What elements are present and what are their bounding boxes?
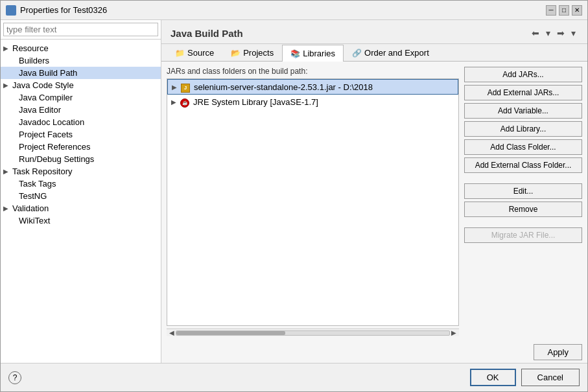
sidebar-filter-area bbox=[1, 20, 161, 40]
main-content: ▶ Resource Builders Java Build Path ▶ Ja… bbox=[1, 20, 587, 363]
add-external-jars-button[interactable]: Add External JARs... bbox=[464, 85, 582, 100]
panel-title: Java Build Path bbox=[171, 28, 243, 39]
add-class-folder-button[interactable]: Add Class Folder... bbox=[464, 139, 582, 155]
sidebar-item-validation[interactable]: ▶ Validation bbox=[1, 202, 161, 214]
scroll-right-icon[interactable]: ▶ bbox=[450, 329, 458, 336]
sidebar-item-task-repository[interactable]: ▶ Task Repository bbox=[1, 165, 161, 178]
arrow-icon: ▶ bbox=[3, 168, 11, 176]
tabs-bar: 📁 Source 📂 Projects 📚 Libraries 🔗 Order … bbox=[161, 44, 587, 62]
jre-icon: ☕ bbox=[180, 97, 191, 107]
sidebar-item-label: Project Facets bbox=[19, 130, 73, 139]
cancel-button[interactable]: Cancel bbox=[521, 369, 580, 386]
sidebar-item-project-facets[interactable]: Project Facets bbox=[1, 128, 161, 141]
sidebar-item-label: Task Repository bbox=[12, 167, 72, 176]
tab-source-label: Source bbox=[187, 48, 214, 58]
right-panel: Java Build Path ⬅ ▾ ➡ ▾ 📁 Source 📂 Proje… bbox=[161, 20, 587, 363]
jar-icon: J bbox=[181, 82, 191, 92]
sidebar-item-label: Java Editor bbox=[19, 105, 61, 115]
source-tab-icon: 📁 bbox=[175, 49, 185, 58]
button-panel: Add JARs... Add External JARs... Add Var… bbox=[464, 62, 587, 341]
arrow-icon: ▶ bbox=[3, 82, 11, 89]
remove-button[interactable]: Remove bbox=[464, 202, 582, 217]
ok-button[interactable]: OK bbox=[470, 369, 516, 386]
nav-menu-button[interactable]: ▾ bbox=[569, 27, 578, 40]
help-button[interactable]: ? bbox=[8, 371, 21, 384]
sidebar-item-run-debug-settings[interactable]: Run/Debug Settings bbox=[1, 153, 161, 165]
edit-button[interactable]: Edit... bbox=[464, 183, 582, 199]
add-external-class-folder-button[interactable]: Add External Class Folder... bbox=[464, 157, 582, 173]
sidebar-item-wikitext[interactable]: WikiText bbox=[1, 214, 161, 227]
sidebar: ▶ Resource Builders Java Build Path ▶ Ja… bbox=[1, 20, 161, 363]
lib-section-label: JARs and class folders on the build path… bbox=[167, 67, 459, 76]
filter-input[interactable] bbox=[3, 23, 158, 36]
apply-button[interactable]: Apply bbox=[534, 344, 582, 360]
close-button[interactable]: ✕ bbox=[572, 5, 582, 16]
header-nav: ⬅ ▾ ➡ ▾ bbox=[529, 27, 578, 40]
sidebar-item-java-build-path[interactable]: Java Build Path bbox=[1, 67, 161, 79]
scrollbar-thumb[interactable] bbox=[176, 331, 285, 335]
sidebar-item-label: WikiText bbox=[19, 216, 50, 225]
sidebar-item-builders[interactable]: Builders bbox=[1, 54, 161, 67]
sidebar-item-label: Run/Debug Settings bbox=[19, 154, 94, 164]
tab-projects[interactable]: 📂 Projects bbox=[222, 44, 282, 61]
lib-item-jre[interactable]: ▶ ☕ JRE System Library [JavaSE-1.7] bbox=[167, 95, 458, 109]
tab-source[interactable]: 📁 Source bbox=[167, 44, 222, 61]
projects-tab-icon: 📂 bbox=[231, 49, 241, 58]
sidebar-item-label: TestNG bbox=[19, 191, 47, 201]
sidebar-item-label: Task Tags bbox=[19, 179, 56, 189]
sidebar-item-label: Resource bbox=[12, 43, 49, 53]
minimize-button[interactable]: ─ bbox=[546, 5, 556, 16]
panel-body: JARs and class folders on the build path… bbox=[161, 62, 587, 341]
scroll-left-icon[interactable]: ◀ bbox=[168, 329, 176, 336]
migrate-jar-button[interactable]: Migrate JAR File... bbox=[464, 227, 582, 243]
tab-order-export-label: Order and Export bbox=[364, 48, 429, 58]
sidebar-item-project-references[interactable]: Project References bbox=[1, 141, 161, 153]
add-library-button[interactable]: Add Library... bbox=[464, 121, 582, 137]
title-bar: Properties for Test0326 ─ □ ✕ bbox=[1, 1, 587, 20]
lib-panel: JARs and class folders on the build path… bbox=[161, 62, 464, 341]
item-arrow-icon: ▶ bbox=[172, 84, 180, 91]
tab-libraries[interactable]: 📚 Libraries bbox=[282, 45, 344, 62]
sidebar-item-task-tags[interactable]: Task Tags bbox=[1, 178, 161, 190]
sidebar-item-testng[interactable]: TestNG bbox=[1, 190, 161, 202]
sidebar-item-label: Javadoc Location bbox=[19, 117, 84, 127]
sidebar-item-resource[interactable]: ▶ Resource bbox=[1, 42, 161, 54]
sidebar-tree: ▶ Resource Builders Java Build Path ▶ Ja… bbox=[1, 40, 161, 363]
nav-dropdown-button[interactable]: ▾ bbox=[543, 27, 553, 40]
arrow-icon: ▶ bbox=[3, 45, 11, 52]
nav-forward-button[interactable]: ➡ bbox=[554, 27, 567, 40]
sidebar-item-label: Builders bbox=[19, 56, 49, 65]
sidebar-item-java-editor[interactable]: Java Editor bbox=[1, 104, 161, 116]
item-arrow-icon: ▶ bbox=[171, 98, 179, 106]
lib-item-label: JRE System Library [JavaSE-1.7] bbox=[193, 97, 318, 107]
sidebar-item-label: Project References bbox=[19, 142, 91, 152]
lib-item-label: selenium-server-standalone-2.53.1.jar - … bbox=[194, 82, 373, 92]
apply-row: Apply bbox=[161, 341, 587, 363]
sidebar-item-java-code-style[interactable]: ▶ Java Code Style bbox=[1, 79, 161, 91]
window-icon bbox=[6, 5, 16, 16]
tab-libraries-label: Libraries bbox=[303, 49, 335, 58]
sidebar-item-label: Java Code Style bbox=[12, 80, 74, 90]
bottom-right-buttons: OK Cancel bbox=[470, 369, 580, 386]
sidebar-item-label: Java Compiler bbox=[19, 93, 73, 102]
window-controls: ─ □ ✕ bbox=[546, 5, 582, 16]
lib-tree: ▶ J selenium-server-standalone-2.53.1.ja… bbox=[167, 78, 459, 326]
nav-back-button[interactable]: ⬅ bbox=[529, 27, 542, 40]
tab-order-export[interactable]: 🔗 Order and Export bbox=[344, 44, 438, 61]
scrollbar-track[interactable] bbox=[176, 330, 450, 336]
sidebar-item-javadoc-location[interactable]: Javadoc Location bbox=[1, 116, 161, 128]
sidebar-item-label: Validation bbox=[12, 203, 49, 213]
add-variable-button[interactable]: Add Variable... bbox=[464, 103, 582, 119]
sidebar-item-label: Java Build Path bbox=[19, 68, 77, 78]
bottom-bar: ? OK Cancel bbox=[1, 363, 587, 391]
tab-projects-label: Projects bbox=[243, 48, 274, 58]
libraries-tab-icon: 📚 bbox=[290, 49, 300, 58]
lib-item-selenium[interactable]: ▶ J selenium-server-standalone-2.53.1.ja… bbox=[167, 79, 458, 95]
add-jars-button[interactable]: Add JARs... bbox=[464, 67, 582, 82]
horizontal-scrollbar[interactable]: ◀ ▶ bbox=[167, 329, 459, 336]
sidebar-item-java-compiler[interactable]: Java Compiler bbox=[1, 91, 161, 104]
window-title: Properties for Test0326 bbox=[20, 5, 546, 15]
right-header: Java Build Path ⬅ ▾ ➡ ▾ bbox=[161, 20, 587, 44]
order-tab-icon: 🔗 bbox=[352, 49, 362, 58]
maximize-button[interactable]: □ bbox=[559, 5, 569, 16]
